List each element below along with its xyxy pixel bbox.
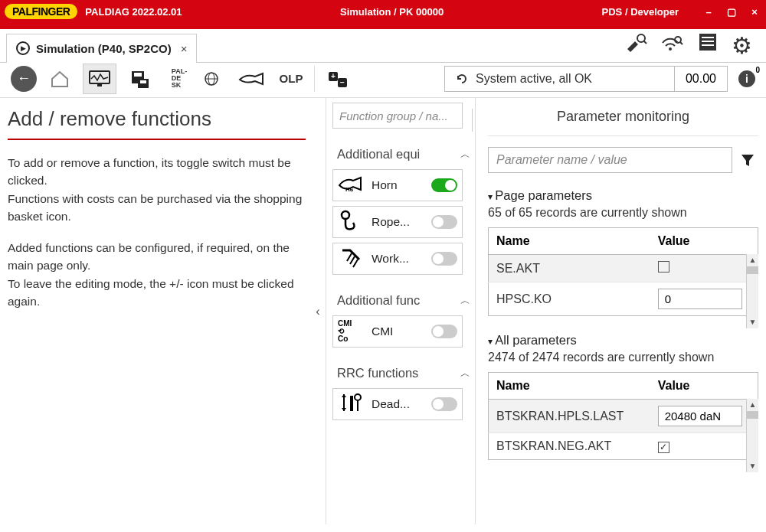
svg-text:+: + [331,72,336,80]
table-row: BTSKRAN.NEG.AKT✓ [489,433,758,460]
col-name[interactable]: Name [489,373,650,400]
minimize-button[interactable]: – [702,6,715,18]
page-parameters-section[interactable]: Page parameters [488,188,758,203]
gear-icon[interactable]: ⚙ [732,32,752,59]
col-name[interactable]: Name [489,228,650,255]
toggle-switch[interactable] [431,252,457,266]
page-parameters-table: NameValue SE.AKTHPSC.KO [488,227,758,316]
param-value-cell [650,400,758,433]
parameter-search-input[interactable]: Parameter name / value [488,147,732,173]
function-group-header[interactable]: RRC functions︿ [332,363,475,383]
tab-close-icon[interactable]: × [181,42,188,55]
function-list-pane: Function group / na... Additional equi︿H… [326,98,475,524]
all-parameters-section[interactable]: All parameters [488,333,758,348]
param-name: BTSKRAN.NEG.AKT [489,433,650,460]
title-bar: PALFINGER PALDIAG 2022.02.01 Simulation … [0,0,766,23]
scrollbar[interactable]: ▲▼ [746,254,758,328]
maximize-button[interactable]: ▢ [725,6,738,18]
param-value-cell [650,255,758,282]
function-search-input[interactable]: Function group / na... [332,103,463,129]
close-button[interactable]: × [748,6,761,18]
param-value-cell: ✓ [650,433,758,460]
parameter-pane: Parameter monitoring Parameter name / va… [475,98,758,524]
toggle-switch[interactable] [431,397,457,411]
help-text-1: To add or remove a function, its toggle … [8,154,306,225]
dead-icon [338,391,365,418]
filter-icon[interactable] [737,147,758,173]
globe-button[interactable] [195,64,228,94]
svg-rect-14 [140,80,146,83]
list-icon[interactable] [698,32,718,59]
title-center: Simulation / PK 00000 [182,6,602,18]
svg-line-1 [643,41,647,44]
col-value[interactable]: Value [650,228,758,255]
tab-simulation[interactable]: ▶ Simulation (P40, SP2CO) × [6,34,197,63]
info-button[interactable]: i 0 [738,70,755,87]
all-parameters-table: NameValue BTSKRAN.HPLS.LASTBTSKRAN.NEG.A… [488,372,758,460]
horn-icon: H6 [338,172,365,199]
function-label: Horn [372,178,425,192]
red-strip [0,23,766,29]
rope-icon [338,209,365,236]
status-value: 00.00 [675,67,727,91]
chevron-up-icon: ︿ [460,294,470,308]
param-value-checkbox[interactable] [658,261,669,273]
col-value[interactable]: Value [650,373,758,400]
function-item[interactable]: H6Horn [332,169,463,201]
table-row: SE.AKT [489,255,758,282]
brush-search-icon[interactable] [624,32,647,59]
add-remove-button[interactable]: +− [321,64,355,94]
svg-point-2 [669,47,672,51]
tab-title: Simulation (P40, SP2CO) [36,42,172,55]
svg-rect-10 [97,84,102,86]
svg-rect-12 [134,73,142,77]
wifi-search-icon[interactable] [661,32,684,59]
left-pane: Add / remove functions To add or remove … [8,98,310,524]
param-name: BTSKRAN.HPLS.LAST [489,400,650,433]
toggle-switch[interactable] [431,215,457,229]
svg-rect-8 [702,44,714,46]
scrollbar[interactable] [472,109,476,132]
param-value-input[interactable] [658,289,742,309]
status-box: System active, all OK 00.00 [444,66,728,92]
function-group-header[interactable]: Additional func︿ [332,290,475,311]
play-icon: ▶ [16,41,30,55]
svg-rect-7 [702,41,714,42]
function-group-header[interactable]: Additional equi︿ [332,144,475,165]
svg-line-26 [353,259,358,267]
function-item[interactable]: Rope... [332,206,463,238]
param-name: SE.AKT [489,255,650,282]
param-value-input[interactable] [658,406,742,426]
param-value-checkbox[interactable]: ✓ [658,442,669,453]
title-right: PDS / Developer [602,6,679,18]
brand-logo: PALFINGER [5,4,77,19]
svg-rect-6 [702,37,714,38]
svg-line-25 [350,256,355,264]
chevron-up-icon: ︿ [460,367,470,380]
page-records-count: 65 of 65 records are currently shown [488,206,758,220]
monitor-button[interactable] [83,64,116,94]
function-item[interactable]: Dead... [332,388,463,420]
toggle-switch[interactable] [431,178,457,192]
paldesk-button[interactable]: PAL-DESK [162,64,196,94]
back-button[interactable]: ← [11,66,37,92]
function-item[interactable]: Work... [332,243,463,275]
svg-point-23 [342,211,349,219]
work-icon [338,246,365,273]
collapse-handle[interactable]: ‹ [310,98,326,524]
save-button[interactable] [123,64,156,94]
function-item[interactable]: CMI⟲CoCMI [332,315,463,348]
svg-point-29 [355,394,361,400]
scrollbar[interactable]: ▲▼ [746,399,758,472]
status-text: System active, all OK [445,67,675,91]
toggle-switch[interactable] [431,325,457,338]
svg-text:H6: H6 [345,186,354,193]
chevron-up-icon: ︿ [460,148,470,162]
help-text-2: Added functions can be configured, if re… [8,239,306,310]
horn-button[interactable] [234,64,268,94]
cmi-icon: CMI⟲Co [338,320,365,343]
toolbar: ← PAL-DESK OLP +− System active, all OK … [0,63,766,98]
app-title: PALDIAG 2022.02.01 [85,6,182,18]
home-button[interactable] [43,64,77,94]
olp-button[interactable]: OLP [274,64,308,94]
